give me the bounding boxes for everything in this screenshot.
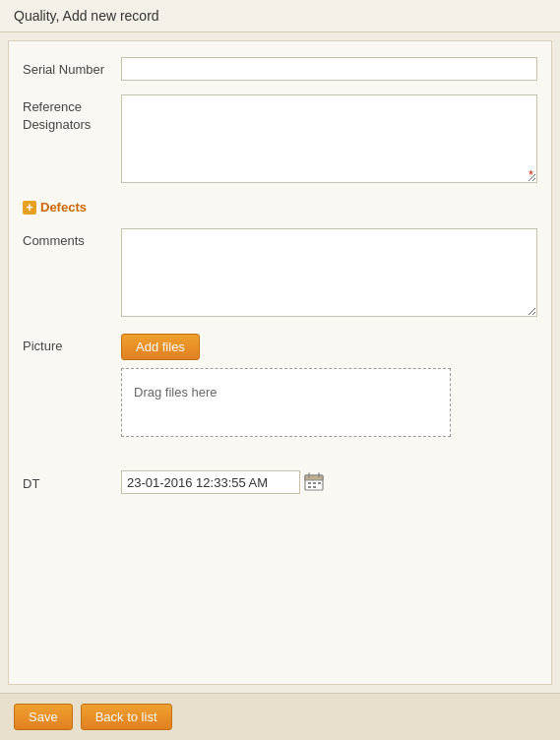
serial-number-label: Serial Number (23, 57, 121, 79)
add-files-button[interactable]: Add files (121, 334, 200, 360)
footer-bar: Save Back to list (0, 693, 560, 740)
dt-row: DT (23, 470, 537, 494)
serial-number-wrap (121, 57, 537, 81)
drag-drop-area[interactable]: Drag files here (121, 368, 451, 437)
comments-textarea[interactable] (121, 228, 537, 317)
calendar-icon[interactable] (304, 471, 324, 493)
save-button[interactable]: Save (14, 704, 73, 730)
comments-wrap (121, 228, 537, 320)
picture-controls: Add files Drag files here (121, 334, 451, 437)
svg-rect-5 (313, 482, 316, 484)
defects-plus-icon[interactable]: + (23, 201, 36, 215)
back-to-list-button[interactable]: Back to list (81, 704, 172, 730)
svg-rect-4 (308, 482, 311, 484)
drag-files-label: Drag files here (134, 385, 218, 400)
defects-label[interactable]: + Defects (23, 200, 87, 215)
picture-label: Picture (23, 334, 121, 355)
comments-row: Comments (23, 228, 537, 320)
serial-number-input[interactable] (121, 57, 537, 81)
dt-input-wrap (121, 470, 324, 494)
picture-row: Picture Add files Drag files here (23, 334, 537, 437)
svg-rect-7 (308, 486, 311, 488)
reference-designators-wrap: * (121, 94, 537, 186)
reference-designators-label: Reference Designators (23, 94, 121, 134)
serial-number-row: Serial Number (23, 57, 537, 81)
required-star: * (529, 167, 533, 182)
comments-label: Comments (23, 228, 121, 250)
reference-designators-textarea[interactable] (121, 94, 537, 183)
form-area: Serial Number Reference Designators * + … (8, 40, 552, 685)
page-wrapper: Quality, Add new record Serial Number Re… (0, 0, 560, 740)
reference-designators-row: Reference Designators * (23, 94, 537, 186)
svg-rect-6 (318, 482, 321, 484)
svg-rect-8 (313, 486, 316, 488)
dt-label: DT (23, 471, 121, 493)
spacer-1 (23, 451, 537, 470)
dt-input[interactable] (121, 470, 300, 494)
svg-rect-1 (305, 475, 323, 480)
defects-text: Defects (40, 200, 87, 215)
page-title: Quality, Add new record (0, 0, 560, 32)
defects-row: + Defects (23, 200, 537, 215)
